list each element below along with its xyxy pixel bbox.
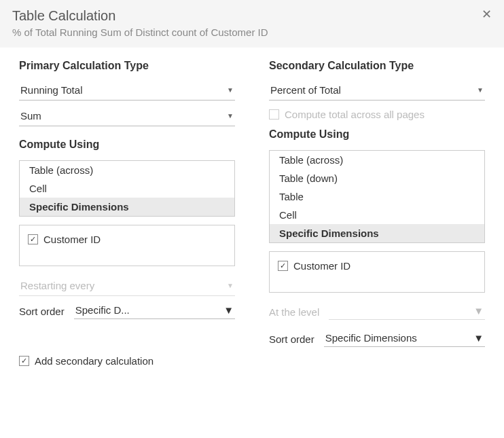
primary-calc-type-value: Running Total <box>20 84 82 96</box>
primary-heading: Primary Calculation Type <box>19 60 235 72</box>
checkbox-unchecked-icon <box>269 109 279 120</box>
primary-sort-row: Sort order Specific D... ▼ <box>19 303 235 319</box>
checkbox-checked-icon[interactable]: ✓ <box>28 234 38 244</box>
compute-pages-row: Compute total across all pages <box>269 107 485 122</box>
dialog-footer: ✓ Add secondary calculation <box>0 354 504 380</box>
compute-option-table-across[interactable]: Table (across) <box>270 151 484 169</box>
secondary-compute-listbox: Table (across) Table (down) Table Cell S… <box>269 150 485 243</box>
primary-sort-select[interactable]: Specific D... ▼ <box>74 303 235 319</box>
close-icon[interactable]: ✕ <box>482 7 492 22</box>
primary-dimensions-box: ✓ Customer ID <box>19 225 235 266</box>
compute-option-cell[interactable]: Cell <box>270 206 484 224</box>
primary-sort-label: Sort order <box>19 306 65 317</box>
secondary-sort-label: Sort order <box>269 333 314 345</box>
primary-aggregation-select[interactable]: Sum ▼ <box>19 107 235 126</box>
compute-pages-label: Compute total across all pages <box>285 109 425 120</box>
dialog-header: Table Calculation % of Total Running Sum… <box>0 0 504 48</box>
checkbox-checked-icon[interactable]: ✓ <box>19 356 29 366</box>
at-level-select: ▼ <box>329 304 485 320</box>
secondary-compute-heading: Compute Using <box>269 128 485 141</box>
primary-column: Primary Calculation Type Running Total ▼… <box>19 60 235 347</box>
secondary-sort-value: Specific Dimensions <box>325 332 417 344</box>
dialog-subtitle: % of Total Running Sum of Distinct count… <box>12 26 492 38</box>
restarting-every-label: Restarting every <box>20 280 94 291</box>
compute-option-cell[interactable]: Cell <box>20 179 234 198</box>
secondary-calc-type-value: Percent of Total <box>270 84 341 96</box>
chevron-down-icon: ▼ <box>227 112 234 120</box>
add-secondary-label: Add secondary calculation <box>35 355 154 367</box>
secondary-dimension-row[interactable]: ✓ Customer ID <box>278 259 476 273</box>
primary-aggregation-value: Sum <box>20 110 41 122</box>
secondary-heading: Secondary Calculation Type <box>269 60 485 72</box>
compute-option-specific[interactable]: Specific Dimensions <box>20 198 234 216</box>
secondary-calc-type-select[interactable]: Percent of Total ▼ <box>269 81 485 101</box>
secondary-sort-row: Sort order Specific Dimensions ▼ <box>269 331 485 347</box>
chevron-down-icon: ▼ <box>223 304 234 316</box>
chevron-down-icon: ▼ <box>473 332 484 344</box>
restarting-every-select: Restarting every ▼ <box>19 277 235 296</box>
dialog-title: Table Calculation <box>12 8 492 24</box>
add-secondary-row[interactable]: ✓ Add secondary calculation <box>19 354 485 368</box>
chevron-down-icon: ▼ <box>477 86 484 94</box>
primary-compute-heading: Compute Using <box>19 139 235 151</box>
secondary-dimension-label: Customer ID <box>293 260 350 272</box>
chevron-down-icon: ▼ <box>227 86 234 94</box>
compute-option-table-down[interactable]: Table (down) <box>270 169 484 187</box>
primary-dimension-row[interactable]: ✓ Customer ID <box>28 232 226 247</box>
at-level-label: At the level <box>269 306 319 318</box>
secondary-column: Secondary Calculation Type Percent of To… <box>269 60 485 347</box>
primary-calc-type-select[interactable]: Running Total ▼ <box>19 81 235 101</box>
primary-sort-value: Specific D... <box>75 304 130 316</box>
dialog-body: Primary Calculation Type Running Total ▼… <box>0 48 504 354</box>
chevron-down-icon: ▼ <box>473 305 484 316</box>
chevron-down-icon: ▼ <box>227 282 234 289</box>
secondary-level-row: At the level ▼ <box>269 304 485 320</box>
checkbox-checked-icon[interactable]: ✓ <box>278 261 288 271</box>
secondary-dimensions-box: ✓ Customer ID <box>269 251 485 293</box>
primary-compute-listbox: Table (across) Cell Specific Dimensions <box>19 160 235 217</box>
primary-dimension-label: Customer ID <box>43 234 101 245</box>
compute-option-specific[interactable]: Specific Dimensions <box>270 224 484 242</box>
secondary-sort-select[interactable]: Specific Dimensions ▼ <box>324 331 485 347</box>
compute-option-table[interactable]: Table <box>270 187 484 206</box>
compute-option-table-across[interactable]: Table (across) <box>20 161 234 179</box>
